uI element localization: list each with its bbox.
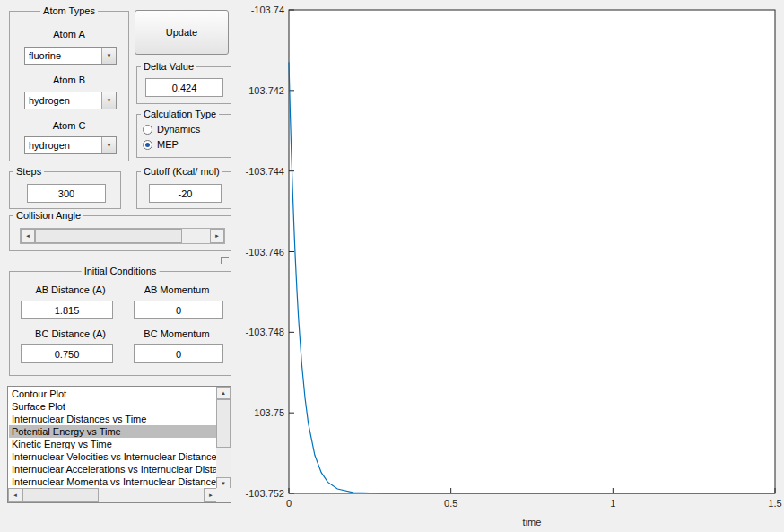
radio-button-icon[interactable] — [143, 125, 152, 135]
initial-conditions-panel: Initial Conditions AB Distance (A) AB Mo… — [9, 271, 231, 376]
radio-mep-label: MEP — [157, 139, 179, 150]
cutoff-input[interactable] — [149, 184, 222, 203]
plot-type-listbox[interactable]: Contour PlotSurface PlotInternuclear Dis… — [7, 386, 231, 503]
collision-angle-panel-title: Collision Angle — [13, 209, 83, 222]
atom-a-value: fluorine — [25, 50, 101, 61]
radio-mep[interactable]: MEP — [143, 139, 179, 150]
x-tick-label: 1.5 — [768, 498, 781, 509]
list-item[interactable]: Kinetic Energy vs Time — [9, 438, 216, 450]
list-item[interactable]: Internuclear Distances vs Time — [9, 413, 216, 425]
bc-momentum-label: BC Momentum — [126, 328, 227, 339]
list-item[interactable]: Potential Energy vs Time — [9, 425, 216, 438]
x-tick-label: 0 — [286, 498, 292, 509]
potential-energy-plot: 00.511.5-103.74-103.742-103.744-103.746-… — [233, 0, 784, 532]
vertical-scrollbar-thumb[interactable] — [216, 399, 231, 448]
x-axis-label: time — [523, 517, 542, 528]
panel-grip-icon — [221, 257, 229, 264]
atom-a-label: Atom A — [10, 29, 128, 39]
y-tick-label: -103.746 — [246, 247, 284, 257]
scroll-up-icon[interactable]: ▲ — [216, 387, 231, 399]
steps-panel-title: Steps — [13, 165, 44, 178]
atom-b-value: hydrogen — [25, 95, 101, 106]
atom-types-panel-title: Atom Types — [40, 4, 98, 17]
atom-b-select[interactable]: hydrogen ▼ — [24, 92, 117, 109]
bc-momentum-input[interactable] — [134, 344, 223, 363]
delta-value-input[interactable] — [145, 78, 223, 97]
axes-box — [289, 10, 775, 493]
cutoff-panel: Cutoff (Kcal/ mol) — [136, 171, 231, 209]
cutoff-panel-title: Cutoff (Kcal/ mol) — [141, 165, 222, 178]
atom-c-label: Atom C — [10, 120, 128, 131]
collision-angle-panel: Collision Angle ◄ ► — [9, 215, 231, 251]
y-tick-label: -103.742 — [246, 85, 284, 96]
calculation-type-panel: Calculation Type Dynamics MEP — [136, 114, 231, 158]
scroll-left-icon[interactable]: ◄ — [21, 229, 35, 243]
chevron-down-icon: ▼ — [101, 48, 116, 64]
y-tick-label: -103.748 — [246, 327, 284, 337]
bc-distance-label: BC Distance (A) — [19, 328, 122, 339]
simulation-app-window: Atom Types Atom A fluorine ▼ Atom B hydr… — [0, 0, 784, 532]
ab-momentum-input[interactable] — [134, 301, 223, 319]
ab-distance-input[interactable] — [21, 301, 113, 319]
scrollbar-corner — [216, 488, 231, 502]
vertical-scrollbar-track[interactable] — [216, 399, 231, 477]
list-item[interactable]: Contour Plot — [9, 388, 216, 400]
update-button[interactable]: Update — [135, 10, 229, 55]
atom-b-label: Atom B — [10, 74, 128, 85]
listbox-horizontal-scrollbar[interactable]: ◄ ► — [8, 488, 218, 502]
y-tick-label: -103.744 — [246, 166, 284, 177]
delta-value-panel: Delta Value — [136, 66, 231, 104]
initial-conditions-panel-title: Initial Conditions — [82, 265, 160, 277]
steps-panel: Steps — [9, 171, 121, 209]
listbox-vertical-scrollbar[interactable]: ▲ ▼ — [216, 387, 231, 490]
ab-distance-label: AB Distance (A) — [19, 284, 122, 295]
steps-input[interactable] — [27, 184, 106, 203]
collision-angle-slider[interactable]: ◄ ► — [20, 228, 225, 244]
list-item[interactable]: Surface Plot — [9, 400, 216, 413]
radio-button-icon[interactable] — [143, 140, 152, 150]
slider-track[interactable] — [35, 229, 210, 243]
radio-dynamics[interactable]: Dynamics — [143, 124, 200, 135]
radio-dynamics-label: Dynamics — [157, 124, 200, 135]
x-tick-label: 0.5 — [444, 498, 457, 509]
list-item[interactable]: Internuclear Velocities vs Internuclear … — [9, 450, 216, 463]
y-tick-label: -103.752 — [246, 488, 284, 499]
atom-c-value: hydrogen — [25, 140, 101, 151]
slider-thumb[interactable] — [35, 229, 182, 243]
list-item[interactable]: Internuclear Momenta vs Internuclear Dis… — [9, 475, 216, 488]
calculation-type-panel-title: Calculation Type — [141, 108, 219, 120]
horizontal-scrollbar-thumb[interactable] — [22, 488, 99, 502]
plot-type-list: Contour PlotSurface PlotInternuclear Dis… — [9, 388, 216, 488]
chevron-down-icon: ▼ — [101, 137, 116, 153]
horizontal-scrollbar-track[interactable] — [22, 488, 204, 502]
scroll-left-icon[interactable]: ◄ — [8, 488, 22, 502]
y-tick-label: -103.75 — [251, 407, 284, 418]
chevron-down-icon: ▼ — [101, 92, 116, 109]
scroll-right-icon[interactable]: ► — [210, 229, 224, 243]
bc-distance-input[interactable] — [21, 344, 113, 363]
list-item[interactable]: Internuclear Accelerations vs Internucle… — [9, 463, 216, 475]
atom-a-select[interactable]: fluorine ▼ — [24, 47, 117, 65]
x-tick-label: 1 — [610, 498, 615, 509]
delta-value-panel-title: Delta Value — [141, 60, 196, 73]
atom-types-panel: Atom Types Atom A fluorine ▼ Atom B hydr… — [9, 11, 129, 161]
y-tick-label: -103.74 — [251, 4, 284, 15]
ab-momentum-label: AB Momentum — [126, 284, 227, 295]
atom-c-select[interactable]: hydrogen ▼ — [24, 136, 117, 154]
